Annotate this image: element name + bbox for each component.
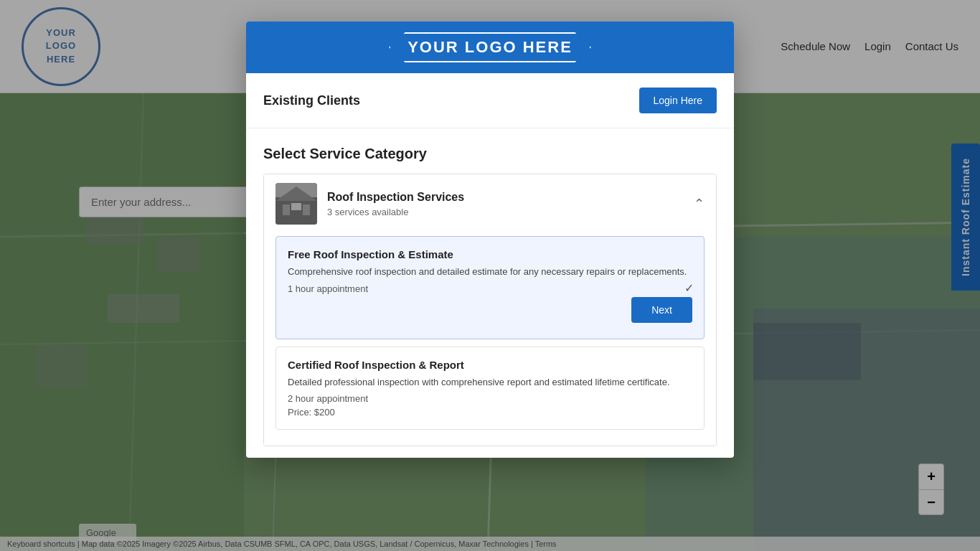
service-item-desc-2: Detailed professional inspection with co… <box>288 375 692 390</box>
select-service-section: Select Service Category <box>246 128 734 458</box>
service-item-price-2: Price: $200 <box>288 407 692 418</box>
service-item-desc-1: Comprehensive roof inspection and detail… <box>288 265 692 279</box>
service-category-header[interactable]: Roof Inspection Services 3 services avai… <box>264 174 716 233</box>
select-service-title: Select Service Category <box>263 146 717 162</box>
service-item-title-2: Certified Roof Inspection & Report <box>288 359 692 371</box>
modal-overlay: YOUR LOGO HERE Existing Clients Login He… <box>0 0 980 551</box>
modal: YOUR LOGO HERE Existing Clients Login He… <box>246 22 734 458</box>
service-item-free-inspection[interactable]: Free Roof Inspection & Estimate Comprehe… <box>275 236 705 339</box>
service-items-list: Free Roof Inspection & Estimate Comprehe… <box>264 233 716 446</box>
existing-clients-section: Existing Clients Login Here <box>246 73 734 128</box>
check-icon-1: ✓ <box>684 281 694 294</box>
service-category-count: 3 services available <box>327 207 684 217</box>
svg-rect-23 <box>303 204 310 215</box>
modal-brand-logo: YOUR LOGO HERE <box>389 32 591 62</box>
login-here-button[interactable]: Login Here <box>639 88 717 113</box>
existing-clients-label: Existing Clients <box>263 93 360 108</box>
svg-rect-24 <box>291 203 301 210</box>
service-item-duration-2: 2 hour appointment <box>288 393 692 404</box>
svg-rect-20 <box>275 197 317 225</box>
service-category-name: Roof Inspection Services <box>327 191 684 204</box>
next-button[interactable]: Next <box>631 297 692 323</box>
modal-brand: YOUR LOGO HERE <box>246 22 734 73</box>
next-btn-row: Next <box>288 294 692 327</box>
service-item-certified-inspection[interactable]: Certified Roof Inspection & Report Detai… <box>275 347 705 430</box>
service-item-duration-1: 1 hour appointment <box>288 283 692 294</box>
service-category-card: Roof Inspection Services 3 services avai… <box>263 174 717 446</box>
chevron-up-icon: ⌃ <box>694 196 705 212</box>
service-item-title-1: Free Roof Inspection & Estimate <box>288 248 692 260</box>
svg-rect-22 <box>283 204 290 215</box>
service-category-image <box>275 183 317 225</box>
service-category-info: Roof Inspection Services 3 services avai… <box>327 191 684 217</box>
